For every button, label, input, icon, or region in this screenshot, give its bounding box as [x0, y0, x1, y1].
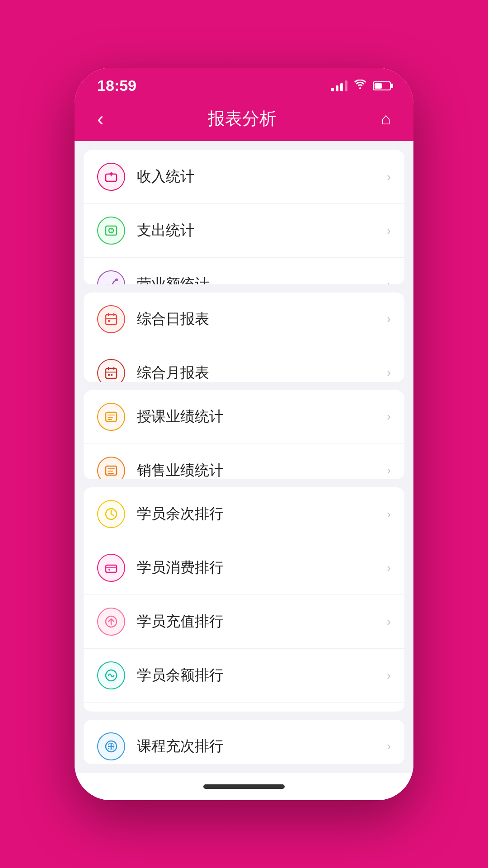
revenue-stats-icon	[97, 270, 125, 284]
chevron-right-icon: ›	[387, 366, 391, 380]
list-item[interactable]: 课程充次排行 ›	[84, 720, 404, 764]
list-item[interactable]: 学员余次排行 ›	[84, 487, 404, 541]
sales-perf-icon	[97, 457, 125, 480]
page-title: 报表分析	[208, 107, 277, 130]
phone-frame: 18:59 ‹ 报表分析 ⌂	[75, 68, 413, 800]
home-bar	[75, 773, 413, 800]
card-group-2: 综合日报表 › 综合月报表 ›	[84, 292, 404, 382]
daily-report-label: 综合日报表	[137, 309, 387, 329]
chevron-right-icon: ›	[387, 739, 391, 753]
card-group-4: 学员余次排行 › 学员消费排行 ›	[84, 487, 404, 711]
svg-point-13	[108, 569, 110, 571]
svg-rect-1	[106, 226, 117, 235]
sales-perf-label: 销售业绩统计	[137, 461, 387, 480]
nav-bar: ‹ 报表分析 ⌂	[75, 99, 413, 141]
status-time: 18:59	[97, 77, 136, 94]
list-item[interactable]: 授课业绩统计 ›	[84, 390, 404, 444]
list-item[interactable]: 学员消费排行 ›	[84, 541, 404, 595]
status-icons	[331, 80, 391, 92]
student-balance-label: 学员余额排行	[137, 665, 387, 685]
home-button[interactable]: ⌂	[381, 109, 391, 128]
student-sessions-label: 学员余次排行	[137, 504, 387, 524]
list-item[interactable]: 学员余额排行 ›	[84, 649, 404, 703]
home-indicator	[203, 784, 285, 789]
daily-report-icon	[97, 305, 125, 333]
chevron-right-icon: ›	[387, 278, 391, 284]
svg-rect-12	[106, 565, 117, 572]
chevron-right-icon: ›	[387, 507, 391, 521]
chevron-right-icon: ›	[387, 615, 391, 629]
svg-rect-4	[106, 315, 117, 325]
svg-point-3	[115, 278, 118, 281]
student-sessions-icon	[97, 500, 125, 528]
student-recharge-icon	[97, 608, 125, 636]
list-item[interactable]: 综合月报表 ›	[84, 346, 404, 382]
income-stats-label: 收入统计	[137, 167, 387, 187]
course-recharge-icon	[97, 732, 125, 760]
list-item[interactable]: 学员积分排行 ›	[84, 703, 404, 711]
card-group-3: 授课业绩统计 › 销售业绩统计 ›	[84, 390, 404, 480]
card-group-1: 收入统计 › 支出统计 ›	[84, 150, 404, 284]
svg-rect-7	[108, 374, 110, 376]
svg-rect-6	[106, 368, 117, 378]
expense-stats-label: 支出统计	[137, 221, 387, 241]
list-item[interactable]: 销售业绩统计 ›	[84, 444, 404, 480]
teaching-perf-label: 授课业绩统计	[137, 407, 387, 427]
list-item[interactable]: 综合日报表 ›	[84, 292, 404, 346]
svg-rect-5	[108, 320, 110, 322]
list-item[interactable]: 收入统计 ›	[84, 150, 404, 204]
chevron-right-icon: ›	[387, 561, 391, 575]
card-group-5: 课程充次排行 ›	[84, 720, 404, 764]
student-consume-label: 学员消费排行	[137, 558, 387, 578]
expense-stats-icon	[97, 217, 125, 245]
list-item[interactable]: 支出统计 ›	[84, 204, 404, 258]
content-area: 收入统计 › 支出统计 ›	[75, 141, 413, 773]
monthly-report-icon	[97, 359, 125, 382]
chevron-right-icon: ›	[387, 669, 391, 683]
student-consume-icon	[97, 554, 125, 582]
chevron-right-icon: ›	[387, 224, 391, 238]
revenue-stats-label: 营业额统计	[137, 274, 387, 284]
teaching-perf-icon	[97, 403, 125, 431]
monthly-report-label: 综合月报表	[137, 363, 387, 382]
student-recharge-label: 学员充值排行	[137, 612, 387, 632]
status-bar: 18:59	[75, 68, 413, 99]
chevron-right-icon: ›	[387, 170, 391, 184]
svg-rect-8	[111, 374, 113, 376]
signal-icon	[331, 80, 347, 91]
student-balance-icon	[97, 661, 125, 689]
wifi-icon	[354, 80, 366, 92]
chevron-right-icon: ›	[387, 463, 391, 477]
income-stats-icon	[97, 163, 125, 191]
back-button[interactable]: ‹	[97, 108, 104, 130]
battery-icon	[373, 81, 391, 90]
course-recharge-label: 课程充次排行	[137, 736, 387, 756]
chevron-right-icon: ›	[387, 312, 391, 326]
chevron-right-icon: ›	[387, 410, 391, 424]
list-item[interactable]: 营业额统计 ›	[84, 258, 404, 284]
list-item[interactable]: 学员充值排行 ›	[84, 595, 404, 649]
